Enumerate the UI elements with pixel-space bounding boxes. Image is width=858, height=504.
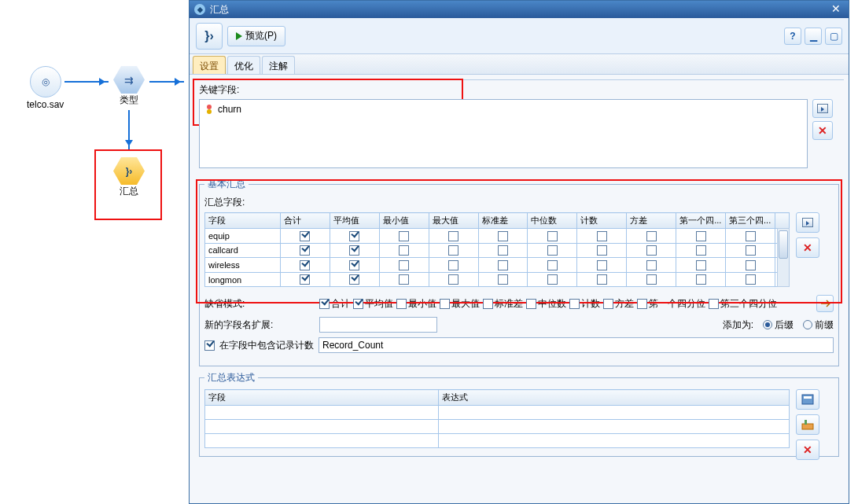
checkbox[interactable] <box>746 260 756 270</box>
preview-button[interactable]: 预览(P) <box>227 26 285 46</box>
checkbox[interactable] <box>448 260 458 270</box>
check-cell[interactable] <box>429 229 478 244</box>
checkbox[interactable] <box>498 231 508 241</box>
check-cell[interactable] <box>627 243 676 258</box>
table-cell[interactable] <box>205 406 439 420</box>
table-header[interactable]: 第一个四... <box>676 213 726 229</box>
table-header[interactable]: 最大值 <box>429 213 478 229</box>
check-cell[interactable] <box>330 243 379 258</box>
checkbox[interactable] <box>646 274 657 285</box>
table-cell[interactable] <box>439 420 790 434</box>
checkbox[interactable] <box>547 231 558 241</box>
check-cell[interactable] <box>528 229 577 244</box>
field-cell[interactable]: callcard <box>205 243 281 258</box>
new-name-ext-input[interactable] <box>319 317 437 333</box>
checkbox[interactable] <box>547 274 558 285</box>
checkbox[interactable] <box>646 231 657 241</box>
field-cell[interactable]: wireless <box>205 258 281 273</box>
expr-calc-button[interactable] <box>796 389 819 410</box>
expr-delete-button[interactable]: ✕ <box>796 440 819 460</box>
check-cell[interactable] <box>577 243 627 258</box>
checkbox[interactable] <box>498 245 508 256</box>
checkbox[interactable] <box>448 231 458 241</box>
check-cell[interactable] <box>627 229 676 244</box>
table-row[interactable]: wireless <box>205 258 790 273</box>
check-cell[interactable] <box>676 229 726 244</box>
table-row[interactable]: equip <box>205 229 790 244</box>
check-cell[interactable] <box>330 272 379 287</box>
checkbox[interactable] <box>696 231 706 241</box>
checkbox[interactable] <box>399 231 409 241</box>
close-icon[interactable]: ✕ <box>828 3 844 16</box>
checkbox[interactable] <box>637 299 647 309</box>
checkbox[interactable] <box>646 260 657 270</box>
include-count-checkbox[interactable] <box>204 340 215 351</box>
checkbox[interactable] <box>300 274 310 285</box>
check-cell[interactable] <box>478 243 528 258</box>
checkbox[interactable] <box>349 245 359 256</box>
table-header[interactable]: 方差 <box>627 213 676 229</box>
check-cell[interactable] <box>528 243 577 258</box>
expression-table[interactable]: 字段 表达式 <box>204 389 790 448</box>
minimize-button[interactable]: ▁ <box>805 28 822 45</box>
check-cell[interactable] <box>676 258 726 273</box>
field-cell[interactable]: longmon <box>205 272 281 287</box>
record-count-input[interactable] <box>319 337 834 353</box>
check-cell[interactable] <box>281 272 330 287</box>
check-cell[interactable] <box>726 229 775 244</box>
check-cell[interactable] <box>281 258 330 273</box>
checkbox[interactable] <box>399 274 409 285</box>
check-cell[interactable] <box>726 258 775 273</box>
table-header[interactable]: 平均值 <box>330 213 379 229</box>
checkbox[interactable] <box>746 245 756 256</box>
checkbox[interactable] <box>396 299 407 309</box>
check-cell[interactable] <box>577 272 627 287</box>
check-cell[interactable] <box>478 258 528 273</box>
radio-suffix[interactable]: 后缀 <box>763 318 794 332</box>
node-type[interactable]: ⇉ 类型 <box>113 66 145 107</box>
checkbox[interactable] <box>353 299 363 309</box>
field-picker-button[interactable] <box>796 212 819 233</box>
check-cell[interactable] <box>478 229 528 244</box>
checkbox[interactable] <box>646 245 657 256</box>
check-cell[interactable] <box>627 258 676 273</box>
check-cell[interactable] <box>478 272 528 287</box>
workflow-canvas[interactable]: ◎ telco.sav ⇉ 类型 }› 汇总 <box>0 0 189 504</box>
checkbox[interactable] <box>448 245 458 256</box>
checkbox[interactable] <box>597 245 607 256</box>
checkbox[interactable] <box>597 231 607 241</box>
check-cell[interactable] <box>627 272 676 287</box>
checkbox[interactable] <box>603 299 613 309</box>
checkbox[interactable] <box>399 260 409 270</box>
tab-optimize[interactable]: 优化 <box>227 56 260 74</box>
checkbox[interactable] <box>696 245 706 256</box>
check-cell[interactable] <box>676 272 726 287</box>
table-header[interactable]: 最小值 <box>379 213 429 229</box>
tab-annotate[interactable]: 注解 <box>262 56 295 74</box>
table-header[interactable]: 合计 <box>281 213 330 229</box>
table-cell[interactable] <box>205 434 439 448</box>
checkbox[interactable] <box>448 274 458 285</box>
table-header[interactable]: 标准差 <box>478 213 528 229</box>
checkbox[interactable] <box>746 274 756 285</box>
checkbox[interactable] <box>746 231 756 241</box>
checkbox[interactable] <box>300 231 310 241</box>
tab-settings[interactable]: 设置 <box>193 56 226 74</box>
remove-key-button[interactable]: ✕ <box>812 121 833 140</box>
check-cell[interactable] <box>577 229 627 244</box>
table-header[interactable]: 中位数 <box>528 213 577 229</box>
check-cell[interactable] <box>379 272 429 287</box>
check-cell[interactable] <box>379 243 429 258</box>
node-source[interactable]: ◎ telco.sav <box>27 66 64 110</box>
scrollbar[interactable] <box>777 228 790 287</box>
expr-edit-button[interactable] <box>796 414 819 435</box>
table-header[interactable]: 字段 <box>205 213 281 229</box>
list-item[interactable]: churn <box>203 103 804 116</box>
checkbox[interactable] <box>709 299 719 309</box>
remove-field-button[interactable]: ✕ <box>796 237 819 258</box>
checkbox[interactable] <box>498 274 508 285</box>
radio-prefix[interactable]: 前缀 <box>803 318 834 332</box>
table-header[interactable]: 第三个四... <box>726 213 775 229</box>
checkbox[interactable] <box>597 274 607 285</box>
checkbox[interactable] <box>349 274 359 285</box>
